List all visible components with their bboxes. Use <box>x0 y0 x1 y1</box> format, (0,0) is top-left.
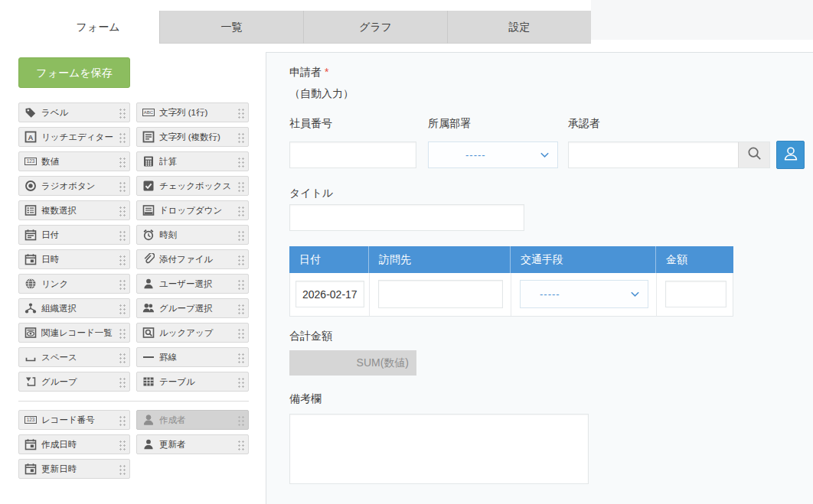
drag-handle-icon[interactable] <box>237 254 245 265</box>
drag-handle-icon[interactable] <box>237 278 245 290</box>
drag-handle-icon[interactable] <box>237 180 245 192</box>
palette-item-group-field[interactable]: グループ <box>18 372 130 392</box>
select-user-button[interactable] <box>776 141 805 169</box>
palette-item-time[interactable]: 時刻 <box>136 225 249 245</box>
transport-select[interactable]: ----- <box>520 280 648 308</box>
palette-item-tag[interactable]: ラベル <box>18 102 130 122</box>
approver-search-button[interactable] <box>738 142 769 167</box>
amount-input[interactable] <box>665 281 726 307</box>
drag-handle-icon[interactable] <box>237 439 245 450</box>
remarks-textarea[interactable] <box>289 414 589 484</box>
drag-handle-icon[interactable] <box>237 229 245 241</box>
dropdown-icon <box>142 204 155 216</box>
palette-item-label: グループ <box>41 376 117 388</box>
system-field-palette: 123レコード番号作成者作成日時更新者更新日時 <box>18 410 249 479</box>
palette-item-table[interactable]: テーブル <box>136 372 249 392</box>
employee-no-label: 社員番号 <box>289 117 332 131</box>
number-icon: 123 <box>24 155 37 167</box>
required-asterisk: * <box>325 66 328 78</box>
remarks-label: 備考欄 <box>289 392 322 406</box>
drag-handle-icon[interactable] <box>237 205 245 216</box>
palette-item-label: ラジオボタン <box>41 180 117 192</box>
palette-item-link[interactable]: リンク <box>18 274 130 294</box>
palette-item-user[interactable]: ユーザー選択 <box>136 274 249 294</box>
palette-item-date[interactable]: 日付 <box>18 225 130 245</box>
drag-handle-icon[interactable] <box>119 352 126 363</box>
palette-item-text-single[interactable]: ABC文字列 (1行) <box>136 102 249 122</box>
tab-form[interactable]: フォーム <box>37 11 159 44</box>
drag-handle-icon[interactable] <box>237 376 245 388</box>
applicant-auto-note: （自動入力） <box>289 87 354 101</box>
drag-handle-icon[interactable] <box>119 229 126 241</box>
palette-item-dropdown[interactable]: ドロップダウン <box>136 200 249 220</box>
palette-item-calc[interactable]: 計算 <box>136 151 249 171</box>
palette-item-related-records[interactable]: 関連レコード一覧 <box>18 323 130 343</box>
drag-handle-icon[interactable] <box>119 156 126 167</box>
drag-handle-icon[interactable] <box>119 303 126 314</box>
drag-handle-icon[interactable] <box>237 156 245 167</box>
user-outline-icon <box>782 145 800 166</box>
palette-item-text-multi[interactable]: 文字列 (複数行) <box>136 127 249 147</box>
text-single-icon: ABC <box>142 106 155 119</box>
palette-item-label: 作成日時 <box>41 439 117 450</box>
drag-handle-icon[interactable] <box>119 107 126 119</box>
palette-item-radio[interactable]: ラジオボタン <box>18 176 130 196</box>
system-palette-item-number[interactable]: 123レコード番号 <box>18 410 130 430</box>
datetime-icon <box>24 438 37 450</box>
system-palette-item-user[interactable]: 更新者 <box>136 434 249 454</box>
destination-input[interactable] <box>378 280 503 308</box>
title-input[interactable] <box>289 204 524 231</box>
drag-handle-icon[interactable] <box>119 205 126 216</box>
drag-handle-icon[interactable] <box>237 132 245 143</box>
tab-graph[interactable]: グラフ <box>303 11 447 44</box>
date-input[interactable] <box>295 281 364 307</box>
palette-item-label: スペース <box>41 352 117 363</box>
calc-icon <box>142 155 155 167</box>
drag-handle-icon[interactable] <box>119 376 126 388</box>
palette-item-number[interactable]: 123数値 <box>18 151 130 171</box>
svg-text:A: A <box>28 133 33 141</box>
drag-handle-icon[interactable] <box>119 132 126 143</box>
palette-item-hr[interactable]: 罫線 <box>136 347 249 367</box>
save-form-button[interactable]: フォームを保存 <box>18 57 130 88</box>
column-header-date: 日付 <box>289 246 368 273</box>
palette-item-lookup[interactable]: ルックアップ <box>136 323 249 343</box>
system-palette-item-datetime[interactable]: 更新日時 <box>18 459 130 479</box>
palette-item-checkbox[interactable]: チェックボックス <box>136 176 249 196</box>
palette-item-label: レコード番号 <box>41 415 117 426</box>
time-icon <box>142 229 155 241</box>
palette-item-org[interactable]: 組織選択 <box>18 298 130 318</box>
drag-handle-icon[interactable] <box>119 180 126 192</box>
drag-handle-icon[interactable] <box>237 352 245 363</box>
drag-handle-icon[interactable] <box>119 463 126 475</box>
datetime-icon <box>24 463 37 475</box>
palette-item-attachment[interactable]: 添付ファイル <box>136 249 249 269</box>
drag-handle-icon[interactable] <box>119 254 126 265</box>
drag-handle-icon[interactable] <box>119 439 126 450</box>
tab-settings[interactable]: 設定 <box>447 11 591 44</box>
palette-item-label: グループ選択 <box>159 303 236 314</box>
approver-field <box>568 141 770 168</box>
drag-handle-icon[interactable] <box>119 327 126 339</box>
system-palette-item-datetime[interactable]: 作成日時 <box>18 434 130 454</box>
palette-item-group-users[interactable]: グループ選択 <box>136 298 249 318</box>
user-icon <box>142 414 155 426</box>
drag-handle-icon[interactable] <box>237 415 245 426</box>
palette-item-label: 作成者 <box>159 415 236 426</box>
text-multi-icon <box>142 131 155 143</box>
approver-input[interactable] <box>569 142 738 167</box>
drag-handle-icon[interactable] <box>237 107 245 119</box>
subtable-header: 日付 訪問先 交通手段 金額 <box>289 246 733 273</box>
department-select[interactable]: ----- <box>428 141 558 168</box>
drag-handle-icon[interactable] <box>237 303 245 314</box>
user-icon <box>142 438 155 450</box>
tab-list[interactable]: 一覧 <box>159 11 303 44</box>
drag-handle-icon[interactable] <box>119 278 126 290</box>
employee-no-input[interactable] <box>289 141 416 168</box>
palette-item-rich-editor[interactable]: Aリッチエディター <box>18 127 130 147</box>
palette-item-space[interactable]: スペース <box>18 347 130 367</box>
drag-handle-icon[interactable] <box>237 327 245 339</box>
palette-item-datetime[interactable]: 日時 <box>18 249 130 269</box>
palette-item-multi-select[interactable]: 複数選択 <box>18 200 130 220</box>
drag-handle-icon[interactable] <box>119 415 126 426</box>
